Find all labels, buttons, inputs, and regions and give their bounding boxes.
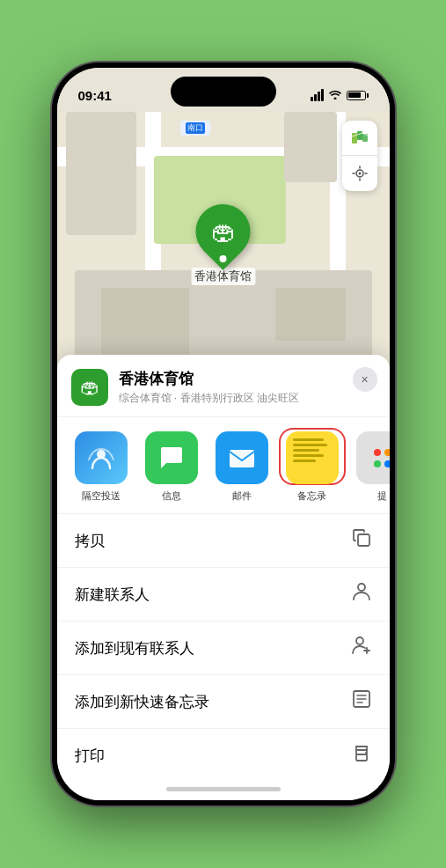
location-button[interactable] — [342, 156, 377, 191]
share-item-messages[interactable]: 信息 — [142, 431, 201, 503]
svg-rect-1 — [357, 131, 362, 140]
action-row-quick-note[interactable]: 添加到新快速备忘录 — [57, 675, 390, 729]
map-block-left — [66, 112, 136, 235]
person-add-icon — [351, 635, 372, 661]
mail-label: 邮件 — [232, 489, 252, 503]
dot-red — [374, 449, 381, 456]
svg-point-4 — [358, 173, 361, 175]
phone-screen: 09:41 — [57, 68, 390, 800]
notes-line-3 — [293, 449, 320, 452]
more-dots-row2 — [374, 460, 390, 467]
action-label-quick-note: 添加到新快速备忘录 — [75, 692, 209, 712]
svg-rect-0 — [352, 133, 357, 143]
home-indicator-bar — [166, 787, 281, 791]
place-icon: 🏟 — [71, 369, 108, 406]
share-item-notes[interactable]: 备忘录 — [282, 431, 342, 503]
place-name: 香港体育馆 — [119, 369, 376, 389]
pin-label: 香港体育馆 — [191, 268, 255, 285]
share-item-airdrop[interactable]: 隔空投送 — [71, 431, 131, 503]
note-icon — [351, 688, 372, 715]
svg-point-12 — [365, 752, 367, 754]
dynamic-island — [171, 77, 276, 107]
notes-label: 备忘录 — [297, 489, 326, 503]
notes-icon-wrap — [286, 431, 339, 484]
place-subtitle: 综合体育馆 · 香港特别行政区 油尖旺区 — [119, 391, 376, 406]
wifi-icon — [328, 88, 342, 102]
notes-lines — [286, 431, 339, 484]
phone-frame: 09:41 — [52, 63, 395, 805]
share-item-more[interactable]: 提 — [353, 431, 390, 503]
airdrop-label: 隔空投送 — [82, 489, 121, 503]
printer-icon — [351, 742, 372, 769]
signal-bars-icon — [311, 89, 324, 101]
pin-emoji: 🏟 — [211, 217, 236, 246]
place-emoji: 🏟 — [80, 376, 99, 399]
status-time: 09:41 — [78, 88, 112, 103]
action-row-print[interactable]: 打印 — [57, 729, 390, 782]
dot-blue — [384, 460, 390, 467]
action-row-copy[interactable]: 拷贝 — [57, 514, 390, 568]
svg-rect-6 — [230, 450, 254, 467]
notes-line-4 — [293, 454, 324, 457]
copy-icon — [351, 527, 372, 554]
notes-line-2 — [293, 444, 328, 446]
signal-bar-2 — [314, 94, 317, 101]
place-info: 香港体育馆 综合体育馆 · 香港特别行政区 油尖旺区 — [119, 369, 376, 406]
more-icon-wrap — [356, 431, 390, 484]
airdrop-icon-wrap — [75, 431, 128, 484]
signal-bar-3 — [318, 92, 320, 101]
share-row: 隔空投送 信息 — [57, 417, 390, 514]
home-indicator — [57, 782, 390, 791]
dot-green — [374, 460, 381, 467]
action-label-add-contact: 添加到现有联系人 — [75, 638, 194, 658]
map-type-button[interactable] — [342, 121, 377, 156]
messages-icon-wrap — [145, 431, 198, 484]
location-pin: 🏟 香港体育馆 — [191, 204, 255, 285]
mail-icon-wrap — [216, 431, 268, 484]
notes-line-5 — [293, 460, 316, 462]
person-icon — [351, 581, 372, 607]
battery-icon — [347, 91, 369, 100]
more-dots-row1 — [374, 449, 390, 456]
share-item-mail[interactable]: 邮件 — [212, 431, 272, 503]
map-block-right — [284, 112, 337, 182]
svg-point-9 — [356, 637, 363, 644]
bottom-sheet: 🏟 香港体育馆 综合体育馆 · 香港特别行政区 油尖旺区 × — [57, 355, 390, 800]
status-icons — [311, 88, 369, 102]
more-label: 提 — [377, 489, 387, 503]
svg-rect-7 — [358, 534, 369, 546]
notes-line-1 — [293, 438, 324, 441]
signal-bar-4 — [321, 89, 324, 101]
svg-point-8 — [358, 584, 365, 591]
messages-label: 信息 — [162, 489, 181, 503]
place-header: 🏟 香港体育馆 综合体育馆 · 香港特别行政区 油尖旺区 × — [57, 355, 390, 417]
close-button[interactable]: × — [353, 367, 377, 392]
action-rows: 拷贝 新建联系人 — [57, 514, 390, 782]
signal-bar-1 — [311, 97, 313, 101]
action-row-add-contact[interactable]: 添加到现有联系人 — [57, 622, 390, 675]
label-prefix: 南口 — [186, 122, 205, 134]
pin-dot — [220, 255, 227, 262]
dot-orange — [384, 449, 390, 456]
map-inner-block2 — [275, 288, 346, 341]
action-label-copy: 拷贝 — [75, 531, 105, 551]
map-controls[interactable] — [342, 121, 377, 191]
map-label: 南口 — [180, 121, 210, 136]
action-label-new-contact: 新建联系人 — [75, 585, 150, 605]
action-label-print: 打印 — [75, 746, 105, 766]
svg-rect-11 — [356, 754, 367, 761]
action-row-new-contact[interactable]: 新建联系人 — [57, 568, 390, 622]
